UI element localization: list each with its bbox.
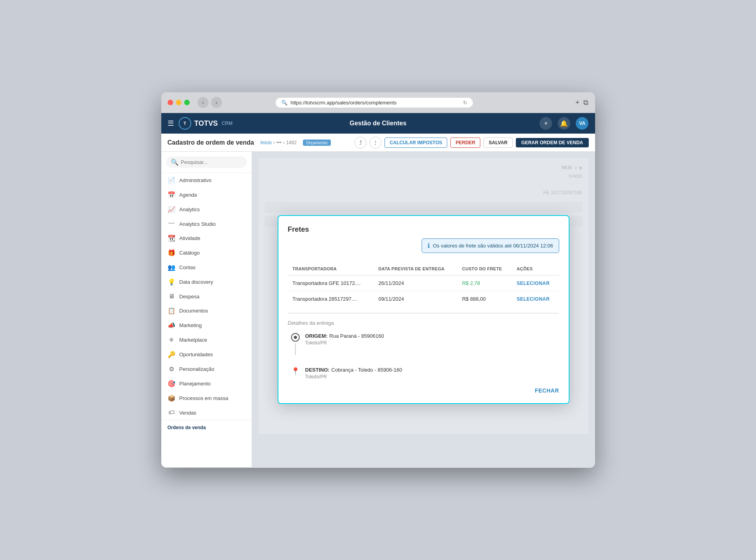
cell-custo: R$ 2,78: [457, 275, 512, 291]
sidebar-icon-personalizacao: ⚙: [168, 365, 175, 373]
origin-label: ORIGEM:: [305, 333, 328, 339]
gerar-ordem-button[interactable]: GERAR ORDEM DE VENDA: [516, 138, 589, 147]
sidebar-item-contas[interactable]: 👥Contas: [161, 260, 252, 275]
add-nav-button[interactable]: +: [539, 117, 552, 130]
sidebar-item-vendas[interactable]: 🏷Vendas: [161, 406, 252, 420]
forward-button[interactable]: ›: [211, 97, 222, 108]
origin-address-line: ORIGEM: Rua Paraná - 85906160: [305, 332, 384, 339]
sidebar-icon-atividade: 📆: [168, 234, 175, 242]
cell-acao[interactable]: SELECIONAR: [512, 275, 559, 291]
browser-window: ‹ › 🔍 https://totvscrm.app/sales/orders/…: [161, 92, 595, 468]
sidebar-item-marketing[interactable]: 📣Marketing: [161, 318, 252, 333]
sidebar-item-documentos[interactable]: 📋Documentos: [161, 303, 252, 318]
selecionar-link-1[interactable]: SELECIONAR: [517, 296, 550, 302]
breadcrumb-arrow: ›: [273, 140, 275, 145]
freight-rows: Transportadora GFE 10172.... 26/11/2024 …: [288, 275, 559, 307]
sidebar: 🔍 📄Administrativo📅Agenda📈Analytics〰Analy…: [161, 152, 252, 467]
selecionar-link-0[interactable]: SELECIONAR: [517, 281, 550, 286]
info-icon: ℹ: [427, 242, 430, 249]
sidebar-item-despesa[interactable]: 🖥Despesa: [161, 289, 252, 303]
notification-button[interactable]: 🔔: [558, 117, 570, 130]
sidebar-item-atividade[interactable]: 📆Atividade: [161, 231, 252, 246]
sidebar-item-data-discovery[interactable]: 💡Data discovery: [161, 275, 252, 289]
freight-table-row: Transportadora 28517297.... 09/11/2024 R…: [288, 291, 559, 307]
sidebar-item-agenda[interactable]: 📅Agenda: [161, 188, 252, 202]
perder-button[interactable]: PERDER: [450, 138, 480, 148]
breadcrumb-separator: ›: [283, 140, 284, 145]
sidebar-items-container: 📄Administrativo📅Agenda📈Analytics〰Analyti…: [161, 173, 252, 420]
reload-icon[interactable]: ↻: [463, 100, 467, 106]
back-button[interactable]: ‹: [198, 97, 209, 108]
maximize-traffic-light[interactable]: [184, 100, 190, 105]
sidebar-footer-label[interactable]: Ordens de venda: [161, 420, 252, 435]
sidebar-icon-despesa: 🖥: [168, 293, 175, 300]
col-data: DATA PREVISTA DE ENTREGA: [374, 262, 457, 275]
app-title: Gestão de Clientes: [349, 120, 406, 127]
sidebar-item-processos[interactable]: 📦Processos em massa: [161, 391, 252, 406]
sidebar-icon-planejamento: 🎯: [168, 380, 175, 387]
origin-city: Toledo/PR: [305, 340, 384, 346]
avatar-button[interactable]: VA: [576, 117, 588, 130]
info-banner: ℹ Os valores de frete são válidos até 06…: [422, 238, 559, 253]
sidebar-label-analytics: Analytics: [179, 207, 200, 212]
sidebar-label-analytics-studio: Analytics Studio: [179, 221, 216, 227]
sidebar-item-analytics[interactable]: 📈Analytics: [161, 202, 252, 217]
minimize-traffic-light[interactable]: [176, 100, 181, 105]
traffic-lights: [168, 100, 190, 105]
sidebar-icon-vendas: 🏷: [168, 409, 175, 416]
sidebar-icon-administrativo: 📄: [168, 177, 175, 184]
sidebar-label-processos: Processos em massa: [179, 395, 228, 401]
sidebar-label-marketing: Marketing: [179, 322, 202, 328]
duplicate-tab-button[interactable]: ⧉: [583, 99, 588, 107]
nav-buttons: ‹ ›: [198, 97, 222, 108]
main-layout: 🔍 📄Administrativo📅Agenda📈Analytics〰Analy…: [161, 152, 595, 467]
sidebar-icon-analytics-studio: 〰: [168, 220, 175, 227]
calcular-impostos-button[interactable]: CALCULAR IMPOSTOS: [385, 138, 447, 148]
bell-icon: 🔔: [560, 120, 568, 127]
app-container: ☰ T TOTVS CRM Gestão de Clientes + 🔔 VA …: [161, 113, 595, 468]
brand-crm-text: CRM: [222, 121, 232, 126]
col-custo: CUSTO DO FRETE: [457, 262, 512, 275]
fechar-button[interactable]: FECHAR: [535, 387, 559, 394]
origin-dot: [294, 336, 297, 339]
browser-actions: + ⧉: [575, 99, 589, 107]
sidebar-label-atividade: Atividade: [179, 235, 200, 241]
dest-info: DESTINO: Cobrança - Toledo - 85906-160 T…: [305, 366, 402, 380]
origin-info: ORIGEM: Rua Paraná - 85906160 Toledo/PR: [305, 332, 384, 346]
browser-titlebar: ‹ › 🔍 https://totvscrm.app/sales/orders/…: [161, 92, 595, 113]
sidebar-item-administrativo[interactable]: 📄Administrativo: [161, 173, 252, 188]
delivery-details-title: Detalhes da entrega: [288, 320, 559, 326]
breadcrumb-id: 1482: [286, 140, 297, 145]
share-button[interactable]: ⤴: [355, 137, 366, 149]
origin-connector: [291, 333, 300, 357]
sidebar-item-planejamento[interactable]: 🎯Planejamento: [161, 376, 252, 391]
new-tab-button[interactable]: +: [575, 99, 580, 107]
sidebar-icon-processos: 📦: [168, 394, 175, 402]
search-box: 🔍: [161, 152, 252, 173]
breadcrumb-home[interactable]: Início: [260, 140, 272, 145]
sub-nav: Cadastro de ordem de venda Início › ••• …: [161, 134, 595, 152]
address-bar[interactable]: 🔍 https://totvscrm.app/sales/orders/comp…: [276, 98, 473, 108]
sidebar-item-personalizacao[interactable]: ⚙Personalização: [161, 362, 252, 376]
search-input-wrap[interactable]: 🔍: [166, 156, 247, 168]
more-options-button[interactable]: ⋮: [370, 137, 381, 149]
sidebar-item-marketplace[interactable]: ✳Marketplace: [161, 333, 252, 347]
origin-point: ORIGEM: Rua Paraná - 85906160 Toledo/PR: [291, 332, 559, 366]
cell-acao[interactable]: SELECIONAR: [512, 291, 559, 307]
hamburger-menu[interactable]: ☰: [168, 119, 174, 128]
col-transportadora: TRANSPORTADORA: [288, 262, 374, 275]
url-text: https://totvscrm.app/sales/orders/comple…: [291, 100, 397, 106]
cell-transportadora: Transportadora 28517297....: [288, 291, 374, 307]
cell-data: 26/11/2024: [374, 275, 457, 291]
sidebar-label-agenda: Agenda: [179, 192, 197, 198]
content-area: RESI › ∨ 0/4000 FE 101729787165: [252, 152, 595, 467]
origin-address: Rua Paraná - 85906160: [329, 333, 384, 339]
sidebar-item-catalogo[interactable]: 🎁Catálogo: [161, 246, 252, 260]
sub-nav-actions: ⤴ ⋮ CALCULAR IMPOSTOS PERDER SALVAR GERA…: [355, 137, 588, 149]
close-traffic-light[interactable]: [168, 100, 173, 105]
sidebar-search-input[interactable]: [181, 159, 242, 165]
sidebar-item-oportunidades[interactable]: 🔑Oportunidades: [161, 347, 252, 362]
sidebar-item-analytics-studio[interactable]: 〰Analytics Studio: [161, 217, 252, 231]
salvar-button[interactable]: SALVAR: [483, 138, 513, 148]
nav-icons: + 🔔 VA: [539, 117, 588, 130]
